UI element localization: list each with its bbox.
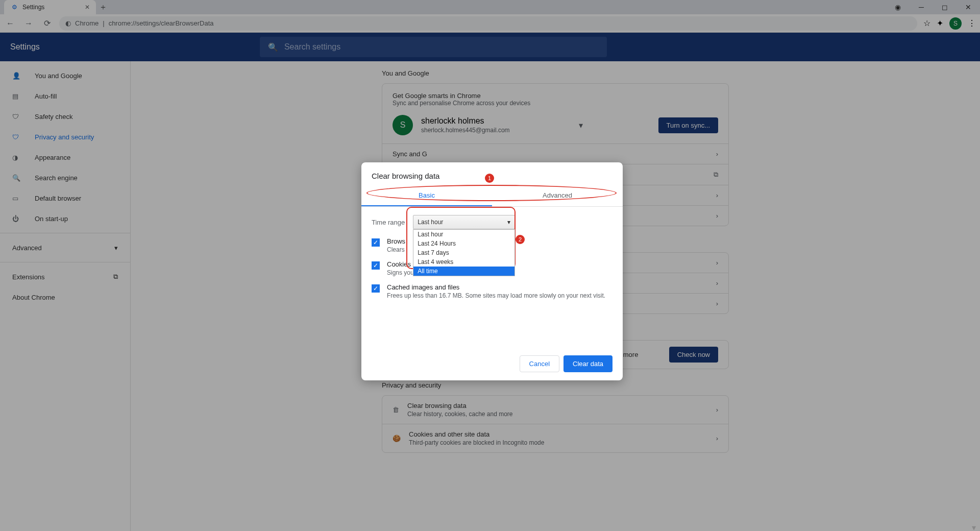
dropdown-option-highlighted[interactable]: All time — [413, 267, 514, 276]
scroll-down-icon[interactable]: ▾ — [972, 523, 980, 531]
checkbox-row-cached: ✓ Cached images and filesFrees up less t… — [372, 283, 612, 299]
dialog-body: Time range Last hour ▾ Last hour Last 24… — [361, 207, 623, 315]
time-range-label: Time range — [372, 219, 405, 226]
dropdown-option[interactable]: Last 7 days — [413, 248, 514, 257]
time-range-select-wrap: Last hour ▾ Last hour Last 24 Hours Last… — [413, 215, 515, 229]
checkbox-subtitle: Frees up less than 16.7 MB. Some sites m… — [387, 292, 605, 299]
time-range-dropdown: Last hour Last 24 Hours Last 7 days Last… — [413, 229, 515, 276]
dropdown-option[interactable]: Last 4 weeks — [413, 257, 514, 267]
dropdown-option[interactable]: Last hour — [413, 230, 514, 239]
checkbox-checked[interactable]: ✓ — [372, 238, 380, 247]
dialog-title: Clear browsing data — [361, 162, 623, 185]
dialog-tabs: Basic Advanced — [361, 185, 623, 207]
dropdown-option[interactable]: Last 24 Hours — [413, 239, 514, 248]
checkbox-checked[interactable]: ✓ — [372, 261, 380, 270]
checkbox-subtitle: Clears — [387, 246, 405, 253]
checkbox-title: Cached images and files — [387, 283, 605, 291]
time-range-row: Time range Last hour ▾ Last hour Last 24… — [372, 215, 612, 229]
clear-data-button[interactable]: Clear data — [564, 355, 612, 372]
cancel-button[interactable]: Cancel — [520, 355, 559, 372]
checkbox-checked[interactable]: ✓ — [372, 284, 380, 293]
tab-basic[interactable]: Basic — [361, 185, 492, 206]
tab-advanced[interactable]: Advanced — [492, 185, 623, 206]
clear-browsing-data-dialog: Clear browsing data Basic Advanced Time … — [361, 162, 623, 380]
select-value: Last hour — [418, 219, 443, 226]
checkbox-title: Brows — [387, 237, 405, 245]
chevron-down-icon: ▾ — [507, 219, 510, 226]
time-range-select[interactable]: Last hour ▾ — [413, 215, 515, 229]
dialog-actions: Cancel Clear data — [361, 355, 623, 372]
